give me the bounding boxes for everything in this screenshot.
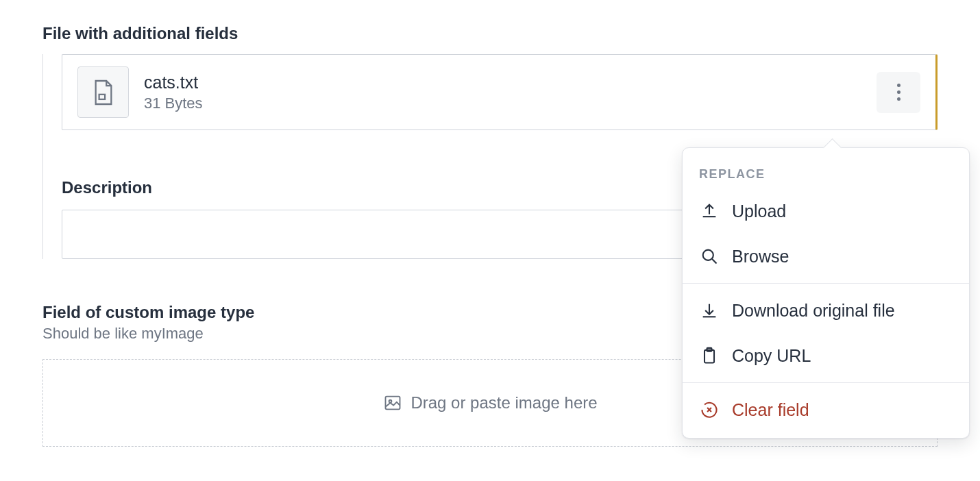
svg-rect-0	[99, 94, 105, 99]
file-card: cats.txt 31 Bytes	[62, 54, 938, 130]
file-size: 31 Bytes	[144, 95, 877, 112]
menu-item-clear-field[interactable]: Clear field	[683, 387, 969, 432]
dropzone-hint: Drag or paste image here	[382, 393, 597, 413]
dropzone-hint-text: Drag or paste image here	[411, 393, 597, 412]
menu-item-copy-url[interactable]: Copy URL	[683, 333, 969, 378]
menu-separator	[683, 283, 969, 284]
menu-item-upload[interactable]: Upload	[683, 188, 969, 234]
clear-icon	[699, 399, 720, 420]
file-thumbnail	[77, 66, 129, 118]
menu-header: REPLACE	[683, 155, 969, 188]
file-field-label: File with additional fields	[42, 24, 938, 43]
search-icon	[699, 246, 720, 267]
svg-point-3	[703, 250, 713, 260]
menu-item-label: Upload	[732, 201, 786, 221]
download-icon	[699, 300, 720, 321]
upload-icon	[699, 201, 720, 221]
kebab-icon	[897, 84, 901, 101]
image-icon	[382, 393, 403, 413]
file-actions-menu: REPLACE Upload Browse	[682, 147, 970, 439]
menu-item-browse[interactable]: Browse	[683, 234, 969, 279]
file-menu-button[interactable]	[877, 72, 920, 113]
menu-item-label: Browse	[732, 247, 789, 267]
clipboard-icon	[699, 345, 720, 366]
menu-item-download[interactable]: Download original file	[683, 288, 969, 333]
menu-separator	[683, 382, 969, 383]
menu-item-label: Copy URL	[732, 346, 811, 366]
menu-item-label: Download original file	[732, 301, 895, 321]
svg-rect-4	[705, 350, 714, 363]
file-icon	[92, 79, 115, 106]
file-name: cats.txt	[144, 72, 877, 93]
menu-item-label: Clear field	[732, 400, 809, 420]
